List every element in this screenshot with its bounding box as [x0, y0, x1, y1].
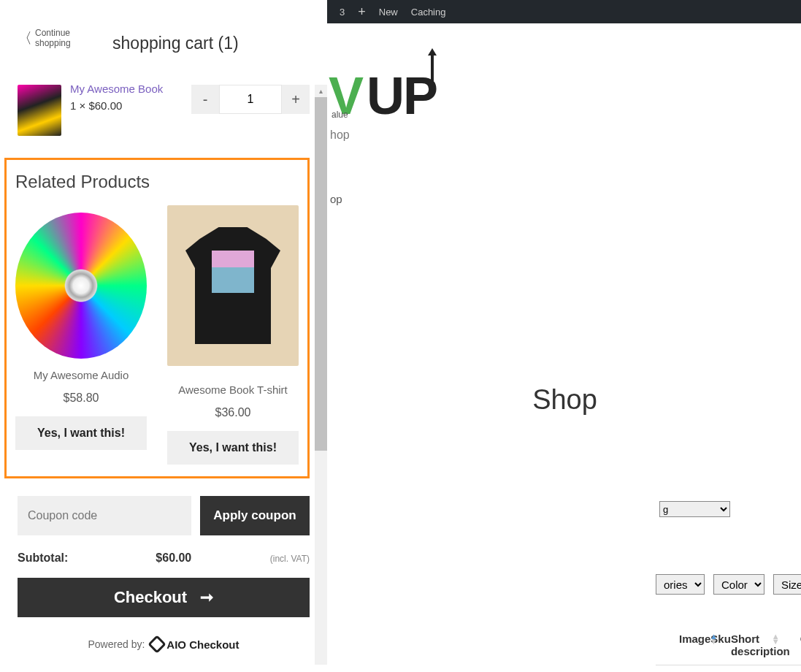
arrow-right-icon: ➞	[200, 588, 213, 607]
shop-page: V UP alue hop op Shop g ories Color Size…	[329, 48, 801, 672]
subtotal-value: $60.00	[156, 551, 191, 565]
cart-item: My Awesome Book 1 × $60.00 - +	[18, 85, 310, 136]
qty-minus-button[interactable]: -	[191, 85, 219, 114]
scrollbar-track[interactable]: ▴	[315, 85, 327, 665]
logo-tagline: alue	[331, 110, 348, 120]
chevron-left-icon: 〈	[18, 29, 32, 47]
quantity-stepper: - +	[191, 85, 310, 114]
scroll-up-arrow[interactable]: ▴	[315, 85, 327, 97]
related-product-name[interactable]: Awesome Book T-shirt	[167, 383, 299, 396]
subtotal-row: Subtotal: $60.00 (incl. VAT)	[18, 551, 310, 565]
related-product-image-tshirt[interactable]	[167, 205, 299, 366]
incl-vat-label: (incl. VAT)	[270, 554, 310, 564]
scrollbar-thumb[interactable]	[315, 97, 327, 451]
related-product-price: $36.00	[167, 406, 299, 419]
powered-by: Powered by: AIO Checkout	[18, 638, 310, 651]
color-select[interactable]: Color	[713, 574, 764, 595]
sorting-select[interactable]: g	[659, 501, 730, 517]
cart-title: shopping cart (1)	[42, 34, 310, 53]
related-products-title: Related Products	[15, 172, 299, 192]
related-product: Awesome Book T-shirt $36.00 Yes, I want …	[167, 205, 299, 465]
add-related-button[interactable]: Yes, I want this!	[15, 416, 147, 450]
filter-row: ories Color Size Show 25 products Sh	[656, 574, 801, 595]
size-select[interactable]: Size	[773, 574, 801, 595]
subtotal-label: Subtotal:	[18, 551, 68, 565]
cart-item-price: 1 × $60.00	[70, 99, 183, 112]
th-categories[interactable]: Categories	[790, 633, 801, 657]
categories-select[interactable]: ories	[656, 574, 705, 595]
related-product-name[interactable]: My Awesome Audio	[15, 369, 147, 381]
coupon-row: Apply coupon	[18, 496, 310, 535]
coupon-input[interactable]	[18, 496, 191, 535]
related-product-image-cd[interactable]	[15, 213, 147, 359]
th-short-description[interactable]: Short description ▲▼	[731, 633, 790, 657]
breadcrumb-partial-1: hop	[330, 129, 801, 142]
site-logo[interactable]: V UP	[329, 48, 801, 114]
admin-notifications-count[interactable]: 3	[340, 7, 345, 18]
cart-item-name[interactable]: My Awesome Book	[70, 85, 183, 95]
th-image[interactable]: Image	[656, 633, 710, 657]
table-header: Image Sku ▲▼ Short description ▲▼ Catego…	[656, 625, 801, 665]
related-products-section: Related Products My Awesome Audio $58.80…	[4, 158, 310, 478]
aio-checkout-logo[interactable]: AIO Checkout	[150, 638, 239, 651]
th-sku[interactable]: Sku ▲▼	[710, 633, 731, 657]
related-product: My Awesome Audio $58.80 Yes, I want this…	[15, 205, 147, 465]
cart-header: 〈 Continueshopping shopping cart (1)	[0, 0, 327, 85]
add-related-button[interactable]: Yes, I want this!	[167, 431, 299, 465]
shop-heading: Shop	[532, 384, 597, 416]
qty-plus-button[interactable]: +	[282, 85, 310, 114]
products-table: Image Sku ▲▼ Short description ▲▼ Catego…	[656, 625, 801, 672]
checkout-button[interactable]: Checkout ➞	[18, 578, 310, 617]
table-row: Lorem Ipsum is simply dummy text of the …	[656, 665, 801, 672]
qty-input[interactable]	[219, 85, 282, 114]
plus-icon: +	[358, 4, 366, 20]
cart-drawer: 〈 Continueshopping shopping cart (1) My …	[0, 0, 327, 672]
admin-caching-link[interactable]: Caching	[411, 7, 446, 18]
breadcrumb-partial-2: op	[330, 193, 801, 205]
apply-coupon-button[interactable]: Apply coupon	[200, 496, 310, 535]
related-product-price: $58.80	[15, 392, 147, 405]
admin-new-link[interactable]: New	[379, 7, 398, 18]
aio-mark-icon	[148, 635, 166, 653]
cart-item-image[interactable]	[18, 85, 61, 136]
